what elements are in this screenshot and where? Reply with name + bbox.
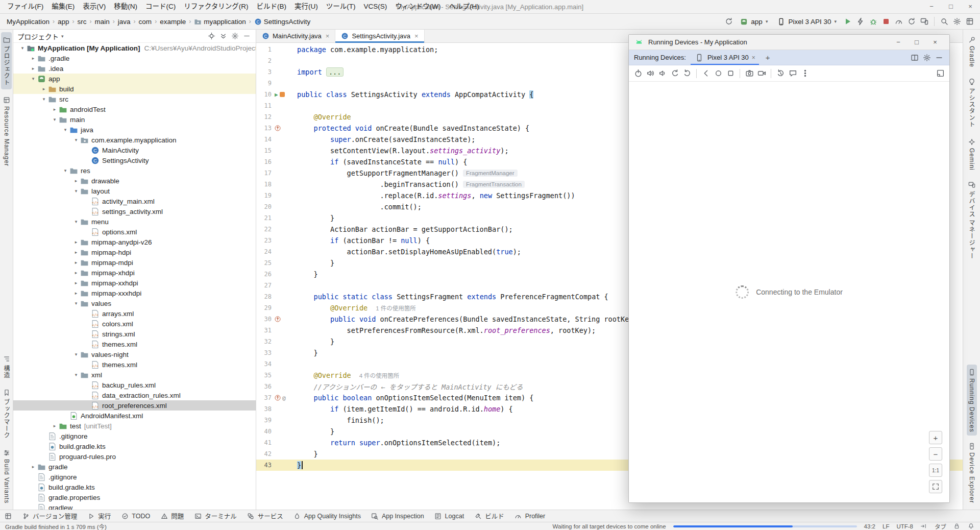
notifications-icon[interactable] [968, 523, 975, 530]
device-select[interactable]: Pixel 3 API 30▾ [774, 16, 840, 27]
overriding-method-icon[interactable] [275, 316, 281, 322]
tree-row-src[interactable]: ▾src [13, 94, 256, 104]
bottom-tool-button-Logcat[interactable]: Logcat [434, 512, 464, 520]
notifications-icon[interactable] [965, 16, 975, 27]
collapse-arrow-icon[interactable]: ▾ [51, 117, 59, 122]
apply-changes-icon[interactable] [855, 16, 866, 27]
search-icon[interactable] [939, 16, 949, 27]
menu-item[interactable]: ツール(T) [322, 0, 360, 13]
menu-item[interactable]: 表示(V) [79, 0, 110, 13]
tree-row-arrays.xml[interactable]: </>arrays.xml [13, 308, 256, 319]
tool-stripe-button-構造[interactable]: 構造 [1, 351, 12, 382]
menu-item[interactable]: ヘルプ(H) [445, 0, 483, 13]
device-manager-icon[interactable] [919, 16, 929, 27]
breadcrumb-item[interactable]: example [158, 17, 187, 27]
tree-row-SettingsActivity[interactable]: CSettingsActivity [13, 155, 256, 165]
expand-arrow-icon[interactable]: ▸ [72, 178, 80, 183]
tree-row-test[interactable]: ▸test[unitTest] [13, 421, 256, 431]
tree-row-drawable[interactable]: ▸drawable [13, 176, 256, 186]
tree-row-layout[interactable]: ▾layout [13, 186, 256, 196]
tree-row-gradlew[interactable]: gradlew [13, 502, 256, 510]
tree-row-build.gradle.kts[interactable]: build.gradle.kts [13, 482, 256, 492]
tree-row-root_preferences.xml[interactable]: </>root_preferences.xml [13, 400, 256, 411]
minimize-window-icon[interactable]: − [889, 35, 908, 50]
locate-icon[interactable] [206, 31, 216, 41]
tree-row-com.example.myapplication[interactable]: ▾com.example.myapplication [13, 135, 256, 145]
close-window-icon[interactable]: × [961, 0, 980, 13]
tree-row-settings_activity.xml[interactable]: </>settings_activity.xml [13, 206, 256, 216]
rotate-right-icon[interactable] [682, 68, 692, 79]
tool-stripe-button-プロジェクト[interactable]: プロジェクト [1, 32, 12, 89]
breadcrumb-item[interactable]: com [137, 17, 154, 27]
menu-item[interactable]: リファクタリング(R) [180, 0, 252, 13]
tree-row-colors.xml[interactable]: </>colors.xml [13, 319, 256, 329]
expand-arrow-icon[interactable]: ▸ [51, 423, 59, 428]
tree-row-mipmap-hdpi[interactable]: ▸mipmap-hdpi [13, 247, 256, 257]
tree-row-app[interactable]: ▾app [13, 74, 256, 84]
breadcrumb-item[interactable]: src [76, 17, 88, 27]
breadcrumb-item[interactable]: MyApplication [5, 17, 51, 27]
power-icon[interactable] [633, 68, 643, 79]
expand-arrow-icon[interactable]: ▸ [72, 270, 80, 275]
settings-icon[interactable] [922, 53, 932, 63]
bottom-tool-button-ターミナル[interactable]: ターミナル [194, 511, 237, 521]
tree-row-themes.xml[interactable]: </>themes.xml [13, 339, 256, 349]
zoom-fit-button[interactable] [929, 480, 942, 493]
tree-row-mipmap-xhdpi[interactable]: ▸mipmap-xhdpi [13, 268, 256, 278]
collapse-arrow-icon[interactable]: ▾ [18, 45, 27, 51]
snapshot-icon[interactable] [775, 68, 786, 79]
expand-arrow-icon[interactable]: ▸ [29, 464, 37, 469]
encoding-indicator[interactable]: UTF-8 [896, 523, 913, 529]
editor-tab-SettingsActivity.java[interactable]: CSettingsActivity.java× [335, 30, 424, 42]
bottom-tool-button-App-Quality-Insights[interactable]: App Quality Insights [293, 512, 361, 520]
hide-icon[interactable] [241, 31, 252, 41]
zoom-out-button[interactable]: − [929, 447, 942, 461]
menu-item[interactable]: 移動(N) [110, 0, 141, 13]
maximize-window-icon[interactable]: □ [941, 0, 961, 13]
editor-tab-MainActivity.java[interactable]: CMainActivity.java× [256, 30, 335, 42]
bottom-tool-button-App-Inspection[interactable]: App Inspection [371, 512, 424, 520]
tree-row-build[interactable]: ▸build [13, 84, 256, 94]
collapse-arrow-icon[interactable]: ▾ [72, 137, 80, 142]
tool-stripe-button-Gemini[interactable]: Gemini [967, 134, 977, 174]
tree-row-.gradle[interactable]: ▸.gradle [13, 53, 256, 63]
tree-row-main[interactable]: ▾main [13, 114, 256, 125]
tree-row-res[interactable]: ▾res [13, 165, 256, 176]
tree-row-backup_rules.xml[interactable]: </>backup_rules.xml [13, 380, 256, 390]
run-class-icon[interactable]: ▶ [275, 92, 278, 98]
collapse-arrow-icon[interactable]: ▾ [72, 301, 80, 306]
tool-stripe-button-Device-Explorer[interactable]: Device Explorer [967, 439, 977, 507]
screenshot-icon[interactable] [744, 68, 754, 79]
tree-row-.gitignore[interactable]: .gitignore [13, 472, 256, 482]
feedback-icon[interactable] [788, 68, 798, 79]
tree-row-strings.xml[interactable]: </>strings.xml [13, 329, 256, 339]
collapse-arrow-icon[interactable]: ▾ [61, 127, 69, 132]
more-icon[interactable] [800, 68, 810, 79]
tool-stripe-button-Running-Devices[interactable]: Running Devices [967, 365, 977, 436]
tree-row-activity_main.xml[interactable]: </>activity_main.xml [13, 196, 256, 206]
bottom-tool-button-grid[interactable] [4, 512, 12, 520]
tool-stripe-button-デバイス-マネージャー[interactable]: デバイス マネージャー [966, 177, 977, 263]
expand-arrow-icon[interactable]: ▸ [72, 250, 80, 255]
tool-stripe-button-ブックマーク[interactable]: ブックマーク [1, 385, 12, 442]
volume-down-icon[interactable] [657, 68, 668, 79]
overview-icon[interactable] [725, 68, 736, 79]
tree-row-themes.xml[interactable]: </>themes.xml [13, 359, 256, 370]
menu-item[interactable]: コード(C) [141, 0, 180, 13]
tool-stripe-button-Gradle[interactable]: Gradle [967, 32, 977, 71]
collapse-arrow-icon[interactable]: ▾ [29, 76, 37, 81]
indent-indicator[interactable]: タブ [935, 522, 946, 530]
bottom-tool-button-TODO[interactable]: TODO [121, 512, 150, 520]
tree-row-options.xml[interactable]: </>options.xml [13, 227, 256, 237]
tool-stripe-button-Resource-Manager[interactable]: Resource Manager [2, 92, 12, 170]
volume-up-icon[interactable] [645, 68, 655, 79]
settings-icon[interactable] [952, 16, 962, 27]
tree-row-java[interactable]: ▾java [13, 125, 256, 135]
menu-item[interactable]: 編集(E) [47, 0, 79, 13]
maximize-window-icon[interactable]: □ [908, 35, 926, 50]
breadcrumb-item[interactable]: java [116, 17, 132, 27]
collapse-arrow-icon[interactable]: ▾ [61, 168, 69, 173]
tree-row-MainActivity[interactable]: CMainActivity [13, 145, 256, 155]
tree-row-proguard-rules.pro[interactable]: proguard-rules.pro [13, 451, 256, 462]
chevron-down-icon[interactable]: ▾ [61, 34, 64, 39]
